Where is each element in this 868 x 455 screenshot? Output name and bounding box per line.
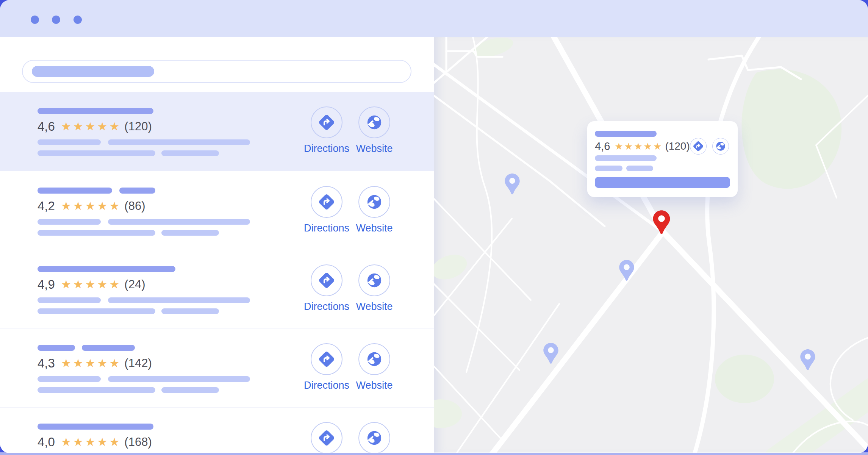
website-label: Website — [356, 380, 393, 391]
map-pin-blue[interactable] — [504, 173, 520, 195]
website-button[interactable]: Website — [346, 106, 403, 155]
website-button[interactable]: Website — [346, 264, 403, 313]
result-text-skeleton — [108, 139, 250, 145]
window-dot-icon[interactable] — [31, 16, 39, 24]
website-button[interactable]: Website — [346, 343, 403, 391]
result-title-skeleton — [38, 188, 112, 194]
directions-icon — [318, 272, 335, 289]
globe-icon — [365, 428, 384, 447]
map-pin-blue[interactable] — [543, 342, 559, 364]
review-count: (142) — [124, 356, 152, 370]
result-title-skeleton — [38, 108, 153, 114]
globe-icon — [365, 350, 384, 369]
globe-icon — [365, 192, 384, 211]
directions-label: Directions — [304, 143, 349, 155]
popup-text-skeleton — [626, 166, 653, 171]
rating-line: 4,6 ★★★★★ (120) — [38, 118, 152, 135]
result-text-skeleton — [38, 139, 101, 145]
rating-value: 4,9 — [38, 277, 55, 292]
website-label: Website — [356, 222, 393, 234]
website-button[interactable]: Website — [346, 422, 403, 453]
result-title-skeleton — [38, 266, 175, 272]
result-text-skeleton — [161, 230, 219, 236]
rating-value: 4,6 — [38, 119, 55, 134]
directions-label: Directions — [304, 222, 349, 234]
website-label: Website — [356, 143, 393, 155]
result-row[interactable]: 4,9 ★★★★★ (24) Directions Website — [0, 250, 434, 329]
popup-website-button[interactable] — [712, 138, 729, 155]
window-dot-icon[interactable] — [74, 16, 82, 24]
star-rating-icons: ★★★★★ — [61, 279, 121, 290]
result-row[interactable]: 4,2 ★★★★★ (86) Directions Website — [0, 172, 434, 250]
result-title-skeleton — [119, 188, 155, 194]
result-text-skeleton — [161, 387, 219, 393]
review-count: (24) — [124, 278, 145, 291]
map-roads — [434, 37, 868, 453]
website-button[interactable]: Website — [346, 186, 403, 234]
star-rating-icons: ★★★★★ — [61, 358, 121, 369]
directions-label: Directions — [304, 301, 349, 313]
map-pin-red-selected[interactable] — [652, 210, 671, 235]
star-rating-icons: ★★★★★ — [61, 121, 121, 132]
window-bottom-edge — [0, 452, 868, 455]
result-title-skeleton — [38, 345, 75, 351]
globe-icon — [365, 271, 384, 290]
result-text-skeleton — [38, 297, 101, 303]
rating-line: 4,9 ★★★★★ (24) — [38, 276, 145, 293]
results-panel: 4,6 ★★★★★ (120) Directions Website 4,2 — [0, 37, 434, 453]
review-count: (86) — [124, 199, 145, 213]
result-text-skeleton — [161, 150, 219, 156]
popup-text-skeleton — [595, 166, 622, 171]
popup-title-skeleton — [595, 131, 657, 137]
globe-icon — [715, 140, 727, 152]
result-title-skeleton — [82, 345, 135, 351]
map-canvas[interactable] — [434, 37, 868, 453]
window-titlebar — [0, 0, 868, 37]
result-text-skeleton — [108, 297, 250, 303]
rating-line: 4,2 ★★★★★ (86) — [38, 198, 145, 214]
result-title-skeleton — [38, 424, 153, 430]
popup-cta-button[interactable] — [595, 177, 730, 188]
star-rating-icons: ★★★★★ — [61, 436, 121, 448]
result-text-skeleton — [38, 219, 101, 225]
app-window: 4,6 ★★★★★ (120) Directions Website 4,2 — [0, 0, 868, 453]
rating-line: 4,3 ★★★★★ (142) — [38, 355, 152, 372]
result-text-skeleton — [38, 150, 155, 156]
directions-icon — [318, 193, 335, 211]
result-row[interactable]: 4,0 ★★★★★ (168) Directions Website — [0, 408, 434, 453]
map-pin-blue[interactable] — [619, 260, 635, 281]
result-text-skeleton — [108, 376, 250, 382]
review-count: (120) — [665, 140, 690, 152]
popup-rating-line: 4,6 ★★★★★ (120) — [595, 139, 690, 153]
rating-line: 4,0 ★★★★★ (168) — [38, 434, 152, 450]
directions-icon — [693, 141, 704, 152]
popup-directions-button[interactable] — [690, 138, 707, 155]
directions-icon — [318, 350, 335, 368]
result-text-skeleton — [38, 308, 155, 314]
review-count: (168) — [124, 435, 152, 449]
result-row[interactable]: 4,6 ★★★★★ (120) Directions Website — [0, 92, 434, 171]
result-text-skeleton — [38, 376, 101, 382]
rating-value: 4,6 — [595, 140, 610, 153]
search-placeholder-skeleton — [32, 66, 154, 77]
window-dot-icon[interactable] — [52, 16, 60, 24]
star-rating-icons: ★★★★★ — [61, 200, 121, 212]
result-text-skeleton — [38, 387, 155, 393]
result-row[interactable]: 4,3 ★★★★★ (142) Directions Website — [0, 329, 434, 408]
directions-icon — [318, 429, 335, 447]
rating-value: 4,0 — [38, 435, 55, 449]
website-label: Website — [356, 301, 393, 313]
result-text-skeleton — [108, 219, 250, 225]
search-input[interactable] — [22, 60, 411, 83]
directions-label: Directions — [304, 380, 349, 391]
result-text-skeleton — [161, 308, 219, 314]
result-text-skeleton — [38, 230, 155, 236]
map-popup-card: 4,6 ★★★★★ (120) — [587, 121, 738, 197]
rating-value: 4,3 — [38, 356, 55, 371]
popup-text-skeleton — [595, 155, 657, 161]
directions-icon — [318, 114, 335, 131]
review-count: (120) — [124, 120, 152, 133]
globe-icon — [365, 113, 384, 132]
rating-value: 4,2 — [38, 199, 55, 213]
map-pin-blue[interactable] — [800, 349, 816, 371]
